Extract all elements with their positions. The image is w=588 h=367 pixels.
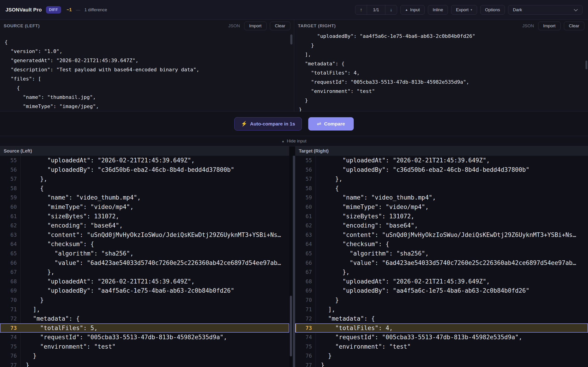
diff-row[interactable]: 60 "mimeType": "video/mp4", — [0, 202, 289, 212]
line-number: 57 — [0, 174, 21, 184]
line-content: "uploadedBy": "c36d50b6-eba2-46cb-8b4d-b… — [21, 165, 234, 175]
line-content: "content": "uSnQd0jMvHyOkzIoSWuo/JdeiQsK… — [316, 230, 576, 240]
prev-diff-button[interactable]: ↑ — [355, 5, 367, 15]
diff-row[interactable]: 74 "requestId": "005cba33-5513-47db-813b… — [295, 333, 588, 342]
diff-row[interactable]: 56 "uploadedBy": "c36d50b6-eba2-46cb-8b4… — [0, 165, 289, 175]
line-content: "uploadedAt": "2026-02-21T21:45:39.649Z"… — [21, 277, 195, 286]
diff-row[interactable]: 59 "name": "video_thumb.mp4", — [295, 193, 588, 202]
diff-row[interactable]: 72 "metadata": { — [295, 314, 588, 323]
theme-select[interactable]: Dark — [508, 5, 582, 15]
hide-input-toggle[interactable]: ▲ Hide input — [0, 136, 588, 146]
line-number: 65 — [0, 249, 21, 258]
compare-button[interactable]: ⇌ Compare — [308, 117, 354, 131]
input-section: SOURCE (LEFT) JSON Import Clear { "versi… — [0, 20, 588, 111]
diff-row[interactable]: 57 }, — [295, 174, 588, 184]
diff-scrollbar-thumb[interactable] — [290, 296, 292, 357]
diff-row[interactable]: 68 "uploadedAt": "2026-02-21T21:45:39.64… — [0, 277, 289, 286]
export-button[interactable]: Export ▾ — [451, 5, 477, 15]
swap-arrows-icon: ⇌ — [317, 121, 321, 127]
line-number: 62 — [295, 221, 316, 230]
line-number: 64 — [0, 240, 21, 249]
next-diff-button[interactable]: ↓ — [385, 5, 397, 15]
line-number: 77 — [0, 361, 21, 367]
source-import-button[interactable]: Import — [244, 22, 267, 30]
diff-row[interactable]: 66 "value": "6ad423ae54033d5740c7260e25c… — [295, 258, 588, 268]
line-content: }, — [21, 174, 47, 184]
inline-button[interactable]: Inline — [428, 5, 448, 15]
source-json-editor[interactable]: { "version": "1.0", "generatedAt": "2026… — [0, 32, 294, 111]
diff-row[interactable]: 58 { — [0, 184, 289, 193]
diff-row[interactable]: 64 "checksum": { — [295, 240, 588, 249]
line-content: } — [316, 295, 339, 305]
line-number: 67 — [0, 267, 21, 277]
diff-row[interactable]: 70 } — [0, 295, 289, 305]
diff-row[interactable]: 64 "checksum": { — [0, 240, 289, 249]
hide-input-label: Hide input — [287, 139, 307, 144]
diff-row[interactable]: 63 "content": "uSnQd0jMvHyOkzIoSWuo/Jdei… — [0, 230, 289, 240]
diff-row[interactable]: 61 "sizeBytes": 131072, — [0, 212, 289, 221]
input-toggle-button[interactable]: ▲ Input — [400, 5, 425, 15]
line-content: "totalFiles": 4, — [316, 323, 393, 333]
diff-row[interactable]: 72 "metadata": { — [0, 314, 289, 323]
diff-row-changed[interactable]: 73 "totalFiles": 4, — [295, 323, 588, 333]
diff-row[interactable]: 71 ], — [295, 305, 588, 314]
diff-row[interactable]: 56 "uploadedBy": "c36d50b6-eba2-46cb-8b4… — [295, 165, 588, 175]
target-scrollbar-thumb[interactable] — [586, 60, 587, 69]
target-clear-button[interactable]: Clear — [564, 22, 584, 30]
diff-row[interactable]: 69 "uploadedBy": "aa4f5a6c-1e75-4ba6-ab6… — [0, 286, 289, 295]
diff-row[interactable]: 62 "encoding": "base64", — [295, 221, 588, 230]
triangle-up-icon: ▲ — [405, 8, 408, 11]
diff-row[interactable]: 67 }, — [295, 267, 588, 277]
line-number: 76 — [0, 351, 21, 361]
line-number: 59 — [0, 193, 21, 202]
diff-row[interactable]: 59 "name": "video_thumb.mp4", — [0, 193, 289, 202]
line-content: "uploadedAt": "2026-02-21T21:45:39.649Z"… — [316, 277, 490, 286]
diff-row[interactable]: 76 } — [0, 351, 289, 361]
diff-row[interactable]: 63 "content": "uSnQd0jMvHyOkzIoSWuo/Jdei… — [295, 230, 588, 240]
diff-summary: 1 difference — [84, 7, 107, 12]
diff-target-rows[interactable]: 55 "uploadedAt": "2026-02-21T21:45:39.64… — [295, 156, 588, 367]
source-clear-button[interactable]: Clear — [270, 22, 290, 30]
line-number: 59 — [295, 193, 316, 202]
diff-row[interactable]: 55 "uploadedAt": "2026-02-21T21:45:39.64… — [295, 156, 588, 165]
options-button[interactable]: Options — [480, 5, 505, 15]
diff-row[interactable]: 76 } — [295, 351, 588, 361]
diff-row[interactable]: 65 "algorithm": "sha256", — [295, 249, 588, 258]
diff-row[interactable]: 68 "uploadedAt": "2026-02-21T21:45:39.64… — [295, 277, 588, 286]
diff-row[interactable]: 71 ], — [0, 305, 289, 314]
line-number: 69 — [0, 286, 21, 295]
target-import-button[interactable]: Import — [538, 22, 561, 30]
diff-row[interactable]: 75 "environment": "test" — [0, 342, 289, 351]
auto-compare-button[interactable]: ⚡ Auto-compare in 1s — [234, 117, 302, 131]
diff-row[interactable]: 57 }, — [0, 174, 289, 184]
diff-row[interactable]: 66 "value": "6ad423ae54033d5740c7260e25c… — [0, 258, 289, 268]
diff-row[interactable]: 58 { — [295, 184, 588, 193]
diff-nav-group: ↑ 1/1 ↓ — [355, 5, 397, 15]
diff-source-rows[interactable]: 55 "uploadedAt": "2026-02-21T21:45:39.64… — [0, 156, 289, 367]
diff-row[interactable]: 77} — [295, 361, 588, 367]
panel-divider-handle[interactable] — [293, 156, 295, 367]
diff-row-changed[interactable]: 73 "totalFiles": 5, — [0, 323, 289, 333]
diff-row[interactable]: 75 "environment": "test" — [295, 342, 588, 351]
line-number: 60 — [0, 202, 21, 212]
target-json-editor[interactable]: "uploadedBy": "aa4f5a6c-1e75-4ba6-ab63-2… — [294, 32, 588, 111]
line-number: 75 — [295, 342, 316, 351]
diff-row[interactable]: 62 "encoding": "base64", — [0, 221, 289, 230]
diff-row[interactable]: 55 "uploadedAt": "2026-02-21T21:45:39.64… — [0, 156, 289, 165]
diff-row[interactable]: 60 "mimeType": "video/mp4", — [295, 202, 588, 212]
diff-row[interactable]: 67 }, — [0, 267, 289, 277]
diff-row[interactable]: 69 "uploadedBy": "aa4f5a6c-1e75-4ba6-ab6… — [295, 286, 588, 295]
diff-row[interactable]: 65 "algorithm": "sha256", — [0, 249, 289, 258]
diff-row[interactable]: 77} — [0, 361, 289, 367]
line-number: 72 — [0, 314, 21, 323]
diff-row[interactable]: 61 "sizeBytes": 131072, — [295, 212, 588, 221]
diff-row[interactable]: 70 } — [295, 295, 588, 305]
line-number: 70 — [295, 295, 316, 305]
line-number: 75 — [0, 342, 21, 351]
diff-row[interactable]: 74 "requestId": "005cba33-5513-47db-813b… — [0, 333, 289, 342]
caret-down-icon: ▾ — [471, 8, 472, 11]
options-label: Options — [485, 7, 500, 12]
line-content: "metadata": { — [316, 314, 375, 323]
line-content: "mimeType": "video/mp4", — [316, 202, 429, 212]
source-scrollbar-thumb[interactable] — [290, 34, 292, 44]
